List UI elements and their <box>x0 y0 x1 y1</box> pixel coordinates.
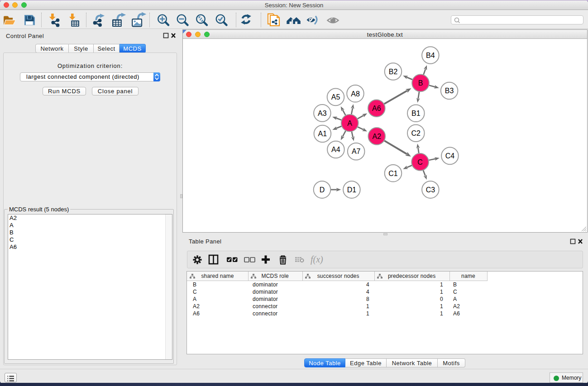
svg-text:D: D <box>320 186 325 194</box>
svg-text:A6: A6 <box>372 105 381 112</box>
svg-text:A: A <box>347 119 352 127</box>
svg-text:B: B <box>418 79 423 87</box>
svg-text:D1: D1 <box>347 186 357 194</box>
svg-text:B3: B3 <box>445 87 454 95</box>
svg-text:A2: A2 <box>373 133 382 140</box>
svg-text:B2: B2 <box>389 68 398 76</box>
svg-text:A5: A5 <box>331 93 340 101</box>
svg-text:A7: A7 <box>352 148 361 155</box>
svg-text:C3: C3 <box>426 186 435 194</box>
svg-text:C2: C2 <box>411 129 421 137</box>
svg-text:C4: C4 <box>445 152 455 160</box>
svg-text:A4: A4 <box>331 146 340 153</box>
svg-text:A1: A1 <box>318 130 327 138</box>
svg-text:A3: A3 <box>318 110 327 117</box>
svg-text:B4: B4 <box>426 52 435 59</box>
svg-text:B1: B1 <box>411 110 421 117</box>
svg-text:f(x): f(x) <box>311 254 323 265</box>
svg-text:A8: A8 <box>351 90 360 98</box>
svg-text:C: C <box>417 158 423 166</box>
svg-text:C1: C1 <box>388 170 398 177</box>
